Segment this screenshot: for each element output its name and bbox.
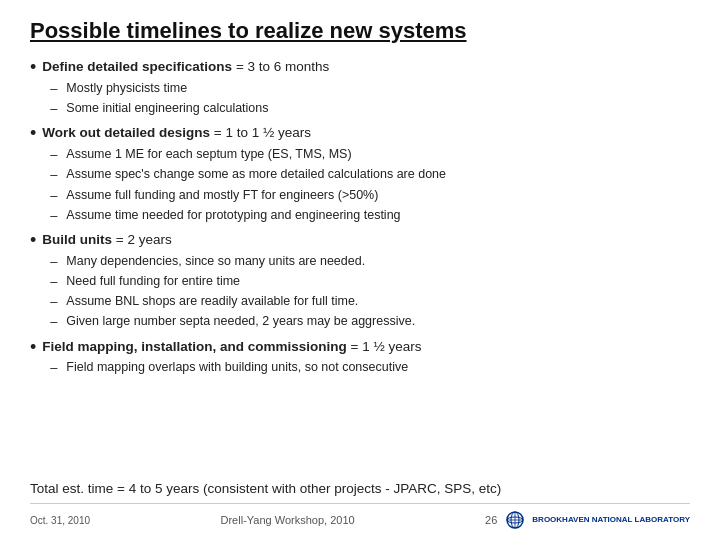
bullet-text-3: Field mapping, installation, and commiss…: [42, 338, 421, 378]
sub-item-2-3: –Given large number septa needed, 2 year…: [50, 313, 415, 331]
slide: Possible timelines to realize new system…: [0, 0, 720, 540]
dash-icon: –: [50, 80, 60, 98]
sub-item-3-0: –Field mapping overlaps with building un…: [50, 359, 421, 377]
sub-text-1-1: Assume spec's change some as more detail…: [66, 166, 446, 184]
dash-icon: –: [50, 146, 60, 164]
sub-item-0-1: –Some initial engineering calculations: [50, 100, 329, 118]
sub-text-2-1: Need full funding for entire time: [66, 273, 240, 291]
dash-icon: –: [50, 273, 60, 291]
bullet-label-0: Define detailed specifications = 3 to 6 …: [42, 59, 329, 74]
sub-item-1-3: –Assume time needed for prototyping and …: [50, 207, 446, 225]
total-line: Total est. time = 4 to 5 years (consiste…: [30, 479, 690, 499]
sub-list-2: –Many dependencies, since so many units …: [50, 253, 415, 332]
page-number: 26: [485, 514, 497, 526]
sub-item-2-2: –Assume BNL shops are readily available …: [50, 293, 415, 311]
slide-title: Possible timelines to realize new system…: [30, 18, 690, 44]
dash-icon: –: [50, 253, 60, 271]
sub-text-1-2: Assume full funding and mostly FT for en…: [66, 187, 378, 205]
bullet-item-2: •Build units = 2 years–Many dependencies…: [30, 231, 690, 332]
sub-item-0-0: –Mostly physicists time: [50, 80, 329, 98]
sub-text-2-0: Many dependencies, since so many units a…: [66, 253, 365, 271]
brookhaven-logo-icon: [501, 510, 529, 530]
bullet-item-1: •Work out detailed designs = 1 to 1 ½ ye…: [30, 124, 690, 225]
sub-list-1: –Assume 1 ME for each septum type (ES, T…: [50, 146, 446, 225]
bullet-label-3: Field mapping, installation, and commiss…: [42, 339, 421, 354]
footer-right: 26 BROOKHAVEN NATIONAL LABORATORY: [485, 510, 690, 530]
bullet-dot-1: •: [30, 123, 36, 145]
bullet-text-0: Define detailed specifications = 3 to 6 …: [42, 58, 329, 118]
bullet-text-1: Work out detailed designs = 1 to 1 ½ yea…: [42, 124, 446, 225]
bullet-item-0: •Define detailed specifications = 3 to 6…: [30, 58, 690, 118]
bullet-label-2: Build units = 2 years: [42, 232, 171, 247]
bullet-label-1: Work out detailed designs = 1 to 1 ½ yea…: [42, 125, 311, 140]
footer-date: Oct. 31, 2010: [30, 515, 90, 526]
dash-icon: –: [50, 100, 60, 118]
footer-workshop: Drell-Yang Workshop, 2010: [221, 514, 355, 526]
dash-icon: –: [50, 166, 60, 184]
bullet-dot-3: •: [30, 337, 36, 359]
bullet-item-3: •Field mapping, installation, and commis…: [30, 338, 690, 378]
sub-item-2-1: –Need full funding for entire time: [50, 273, 415, 291]
content-area: •Define detailed specifications = 3 to 6…: [30, 58, 690, 473]
bullet-dot-2: •: [30, 230, 36, 252]
sub-text-1-0: Assume 1 ME for each septum type (ES, TM…: [66, 146, 351, 164]
sub-item-2-0: –Many dependencies, since so many units …: [50, 253, 415, 271]
logo-box: BROOKHAVEN NATIONAL LABORATORY: [501, 510, 690, 530]
bullet-dot-0: •: [30, 57, 36, 79]
brookhaven-logo-text: BROOKHAVEN NATIONAL LABORATORY: [532, 516, 690, 525]
sub-item-1-1: –Assume spec's change some as more detai…: [50, 166, 446, 184]
bullet-text-2: Build units = 2 years–Many dependencies,…: [42, 231, 415, 332]
sub-text-3-0: Field mapping overlaps with building uni…: [66, 359, 408, 377]
dash-icon: –: [50, 313, 60, 331]
dash-icon: –: [50, 207, 60, 225]
sub-list-0: –Mostly physicists time–Some initial eng…: [50, 80, 329, 118]
dash-icon: –: [50, 187, 60, 205]
sub-text-0-0: Mostly physicists time: [66, 80, 187, 98]
sub-text-2-2: Assume BNL shops are readily available f…: [66, 293, 358, 311]
sub-text-2-3: Given large number septa needed, 2 years…: [66, 313, 415, 331]
dash-icon: –: [50, 293, 60, 311]
sub-text-0-1: Some initial engineering calculations: [66, 100, 268, 118]
sub-item-1-0: –Assume 1 ME for each septum type (ES, T…: [50, 146, 446, 164]
dash-icon: –: [50, 359, 60, 377]
sub-list-3: –Field mapping overlaps with building un…: [50, 359, 421, 377]
sub-text-1-3: Assume time needed for prototyping and e…: [66, 207, 400, 225]
sub-item-1-2: –Assume full funding and mostly FT for e…: [50, 187, 446, 205]
footer: Oct. 31, 2010 Drell-Yang Workshop, 2010 …: [30, 503, 690, 530]
